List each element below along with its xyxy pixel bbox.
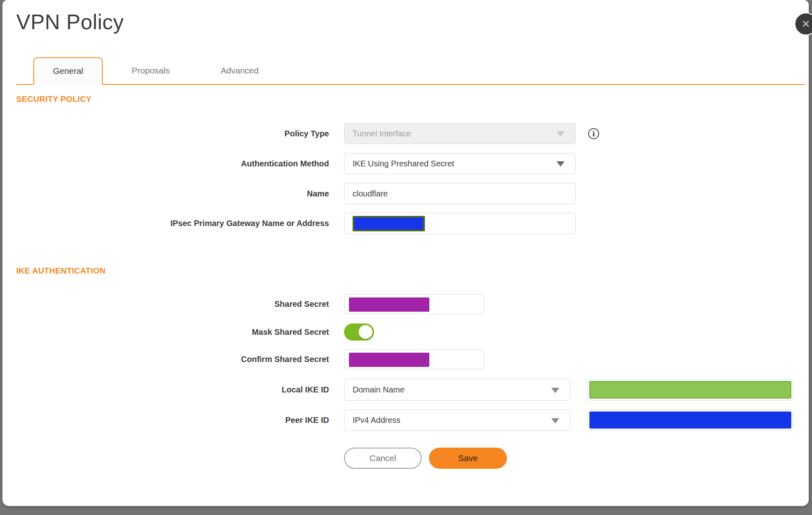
tab-bar: General Proposals Advanced	[16, 57, 805, 85]
name-input[interactable]: cloudflare	[344, 183, 576, 204]
authentication-method-value: IKE Using Preshared Secret	[353, 159, 454, 168]
peer-ike-id-value: IPv4 Address	[353, 416, 401, 425]
shared-secret-input[interactable]	[344, 294, 484, 314]
gateway-masked-value	[353, 216, 425, 231]
chevron-down-icon	[556, 162, 565, 167]
peer-ike-id-label: Peer IKE ID	[2, 409, 329, 431]
local-ike-id-value: Domain Name	[353, 385, 405, 394]
mask-shared-secret-toggle[interactable]	[344, 323, 374, 340]
info-icon[interactable]: i	[588, 128, 599, 139]
tab-general[interactable]: General	[33, 57, 103, 85]
policy-type-select[interactable]: Tunnel Interface	[344, 123, 576, 144]
chevron-down-icon	[556, 131, 565, 137]
vpn-policy-dialog: VPN Policy General Proposals Advanced SE…	[2, 0, 809, 506]
policy-type-label: Policy Type	[2, 123, 329, 144]
tab-proposals-label: Proposals	[132, 66, 169, 75]
cancel-button[interactable]: Cancel	[344, 448, 422, 469]
ike-authentication-heading: IKE AUTHENTICATION	[16, 266, 106, 276]
confirm-shared-secret-label: Confirm Shared Secret	[2, 349, 329, 369]
tab-proposals[interactable]: Proposals	[116, 57, 186, 84]
peer-ike-id-value-input[interactable]	[587, 409, 793, 431]
peer-ike-id-masked-value	[589, 412, 791, 429]
save-button[interactable]: Save	[429, 448, 507, 469]
toggle-knob	[359, 325, 372, 339]
local-ike-id-masked-value	[589, 381, 791, 399]
security-policy-heading: SECURITY POLICY	[16, 95, 91, 104]
chevron-down-icon	[551, 388, 559, 393]
tab-advanced[interactable]: Advanced	[205, 57, 275, 84]
confirm-shared-secret-masked-value	[349, 353, 429, 367]
peer-ike-id-select[interactable]: IPv4 Address	[344, 409, 570, 431]
close-icon: ✕	[801, 19, 810, 29]
shared-secret-masked-value	[349, 297, 429, 312]
shared-secret-label: Shared Secret	[2, 294, 329, 314]
local-ike-id-select[interactable]: Domain Name	[344, 379, 570, 401]
confirm-shared-secret-input[interactable]	[344, 349, 484, 369]
policy-type-value: Tunnel Interface	[353, 129, 411, 138]
gateway-input[interactable]	[344, 213, 576, 234]
name-value: cloudflare	[353, 189, 388, 198]
chevron-down-icon	[551, 418, 559, 423]
tab-general-label: General	[53, 66, 83, 76]
gateway-label: IPsec Primary Gateway Name or Address	[2, 213, 329, 234]
local-ike-id-label: Local IKE ID	[2, 379, 329, 401]
authentication-method-select[interactable]: IKE Using Preshared Secret	[344, 153, 576, 174]
local-ike-id-value-input[interactable]	[587, 379, 793, 401]
mask-shared-secret-label: Mask Shared Secret	[2, 323, 329, 340]
authentication-method-label: Authentication Method	[2, 153, 329, 174]
tab-advanced-label: Advanced	[221, 66, 258, 75]
page-title: VPN Policy	[16, 10, 124, 34]
name-label: Name	[2, 183, 329, 204]
